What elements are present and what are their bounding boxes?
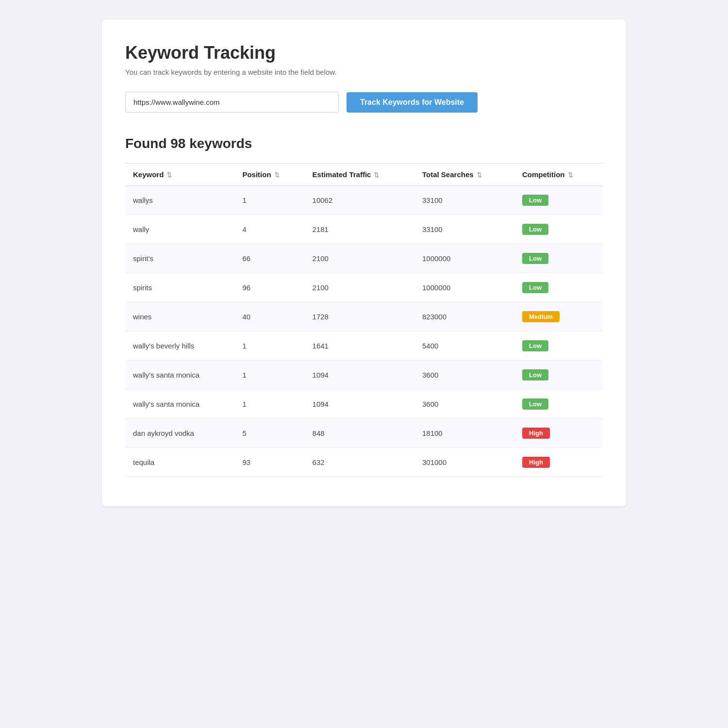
page-subtitle: You can track keywords by entering a web… [125,68,603,76]
competition-badge: Low [522,398,548,410]
cell-searches: 18100 [414,419,514,448]
competition-badge: High [522,457,550,468]
competition-badge: Low [522,340,548,351]
table-row: wally4218133100Low [125,215,603,244]
cell-keyword: dan aykroyd vodka [125,419,234,448]
header-row: Keyword⇅Position⇅Estimated Traffic⇅Total… [125,164,603,186]
competition-badge: Low [522,195,548,206]
cell-keyword: wallys [125,186,234,215]
cell-competition: Low [514,361,603,390]
table-row: wallys11006233100Low [125,186,603,215]
cell-searches: 3600 [414,390,514,419]
cell-competition: Low [514,331,603,361]
sort-icon-competition: ⇅ [568,171,573,179]
cell-competition: High [514,448,603,477]
cell-keyword: spirits [125,273,234,302]
cell-competition: Low [514,273,603,302]
cell-position: 66 [234,244,304,273]
cell-keyword: tequila [125,448,234,477]
table-body: wallys11006233100Lowwally4218133100Lowsp… [125,186,603,477]
sort-icon-searches: ⇅ [477,171,482,179]
cell-position: 5 [234,419,304,448]
competition-badge: Low [522,253,548,264]
col-header-position[interactable]: Position⇅ [234,164,304,186]
main-card: Keyword Tracking You can track keywords … [102,19,626,506]
sort-icon-keyword: ⇅ [166,171,172,179]
results-title: Found 98 keywords [125,136,603,151]
cell-searches: 301000 [414,448,514,477]
cell-competition: Low [514,244,603,273]
table-row: tequila93632301000High [125,448,603,477]
cell-competition: Low [514,186,603,215]
cell-traffic: 10062 [305,186,414,215]
table-row: wines401728823000Medium [125,302,603,331]
table-row: dan aykroyd vodka584818100High [125,419,603,448]
table-row: spirits9621001000000Low [125,273,603,302]
cell-traffic: 632 [305,448,414,477]
competition-badge: Low [522,282,548,293]
table-row: wally's beverly hills116415400Low [125,331,603,361]
track-keywords-button[interactable]: Track Keywords for Website [347,92,478,113]
cell-keyword: wally's santa monica [125,361,234,390]
cell-searches: 33100 [414,186,514,215]
table-row: wally's santa monica110943600Low [125,361,603,390]
cell-competition: Low [514,390,603,419]
input-row: Track Keywords for Website [125,92,603,113]
cell-keyword: wally's beverly hills [125,331,234,361]
col-header-competition[interactable]: Competition⇅ [514,164,603,186]
cell-traffic: 2100 [305,244,414,273]
competition-badge: Medium [522,311,560,322]
cell-competition: Low [514,215,603,244]
cell-competition: High [514,419,603,448]
cell-traffic: 2181 [305,215,414,244]
cell-position: 40 [234,302,304,331]
cell-position: 4 [234,215,304,244]
col-header-searches[interactable]: Total Searches⇅ [414,164,514,186]
cell-position: 1 [234,331,304,361]
cell-position: 1 [234,390,304,419]
cell-searches: 1000000 [414,244,514,273]
cell-searches: 823000 [414,302,514,331]
table-row: spirit's6621001000000Low [125,244,603,273]
cell-searches: 5400 [414,331,514,361]
url-input[interactable] [125,92,339,113]
keywords-table: Keyword⇅Position⇅Estimated Traffic⇅Total… [125,163,603,477]
cell-position: 1 [234,186,304,215]
sort-icon-traffic: ⇅ [374,171,379,179]
competition-badge: Low [522,224,548,235]
cell-competition: Medium [514,302,603,331]
cell-position: 1 [234,361,304,390]
table-row: wally's santa monica110943600Low [125,390,603,419]
cell-keyword: wally [125,215,234,244]
cell-position: 96 [234,273,304,302]
competition-badge: Low [522,369,548,381]
page-title: Keyword Tracking [125,43,603,63]
table-header: Keyword⇅Position⇅Estimated Traffic⇅Total… [125,164,603,186]
cell-searches: 33100 [414,215,514,244]
competition-badge: High [522,428,550,439]
cell-searches: 3600 [414,361,514,390]
cell-keyword: wines [125,302,234,331]
sort-icon-position: ⇅ [274,171,280,179]
cell-keyword: wally's santa monica [125,390,234,419]
col-header-keyword[interactable]: Keyword⇅ [125,164,234,186]
cell-traffic: 848 [305,419,414,448]
cell-traffic: 1728 [305,302,414,331]
cell-position: 93 [234,448,304,477]
cell-searches: 1000000 [414,273,514,302]
col-header-traffic[interactable]: Estimated Traffic⇅ [305,164,414,186]
cell-traffic: 1094 [305,361,414,390]
cell-keyword: spirit's [125,244,234,273]
cell-traffic: 2100 [305,273,414,302]
cell-traffic: 1094 [305,390,414,419]
cell-traffic: 1641 [305,331,414,361]
